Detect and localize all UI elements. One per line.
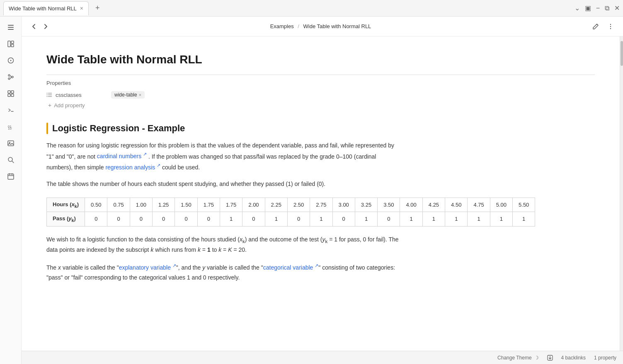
add-property-button[interactable]: + Add property xyxy=(46,101,595,109)
hours-3-00: 3.00 xyxy=(332,198,355,212)
regression-analysis-link[interactable]: regression analysis ↗ xyxy=(105,164,160,171)
tab-close-button[interactable]: × xyxy=(80,5,83,11)
layout-icon[interactable] xyxy=(3,36,18,51)
svg-text:10: 10 xyxy=(8,127,12,130)
hours-5-00: 5.00 xyxy=(490,198,512,212)
categorical-variable-link[interactable]: categorical variable ↗ xyxy=(263,264,319,271)
branch-icon[interactable] xyxy=(3,70,18,84)
svg-rect-13 xyxy=(8,91,10,93)
hours-1-75a: 1.75 xyxy=(197,198,220,212)
properties-heading: Properties xyxy=(46,80,595,86)
grid-icon[interactable] xyxy=(3,86,18,101)
svg-point-9 xyxy=(12,76,13,78)
hours-header: Hours (xk) xyxy=(47,198,85,212)
hours-1-75b: 1.75 xyxy=(220,198,242,212)
pass-6: 1 xyxy=(220,212,242,227)
svg-rect-4 xyxy=(11,41,14,43)
back-button[interactable] xyxy=(28,21,40,32)
svg-rect-16 xyxy=(11,94,14,96)
svg-rect-3 xyxy=(8,41,10,47)
cardinal-numbers-link[interactable]: cardinal numbers ↗ xyxy=(97,153,147,159)
pass-11: 0 xyxy=(332,212,355,227)
hours-2-25: 2.25 xyxy=(265,198,287,212)
edit-button[interactable] xyxy=(590,21,601,32)
top-bar-actions xyxy=(590,21,616,32)
hours-1-25: 1.25 xyxy=(153,198,175,212)
pass-1: 0 xyxy=(107,212,130,227)
svg-point-10 xyxy=(8,78,10,80)
svg-rect-0 xyxy=(8,25,14,26)
properties-section: Properties cssclasses wide-table × xyxy=(46,80,595,109)
compass-icon[interactable] xyxy=(3,53,18,68)
hours-3-50: 3.50 xyxy=(378,198,400,212)
image-icon[interactable] xyxy=(3,136,18,151)
hours-3-25: 3.25 xyxy=(355,198,377,212)
backlinks-label: 4 backlinks xyxy=(561,355,586,361)
breadcrumb-current: Wide Table with Normal RLL xyxy=(303,23,371,29)
close-button[interactable]: ✕ xyxy=(614,4,620,12)
binary-icon[interactable]: 0110 xyxy=(3,119,18,134)
svg-point-29 xyxy=(610,26,611,27)
forward-button[interactable] xyxy=(40,21,51,32)
backlinks-button[interactable]: 4 backlinks xyxy=(561,355,586,361)
restore-button[interactable]: ⧉ xyxy=(605,5,609,12)
document: Wide Table with Normal RLL Properties cs… xyxy=(22,36,620,351)
content-area: Examples / Wide Table with Normal RLL Wi… xyxy=(22,17,623,364)
property-row: cssclasses wide-table × xyxy=(46,91,595,99)
export-button[interactable] xyxy=(547,355,553,361)
svg-line-11 xyxy=(10,76,12,77)
scrollbar[interactable] xyxy=(620,36,623,351)
svg-point-7 xyxy=(10,60,11,61)
pass-13: 0 xyxy=(378,212,400,227)
more-options-button[interactable] xyxy=(605,21,616,32)
data-table-wrapper: Hours (xk) 0.50 0.75 1.00 1.25 1.50 1.75… xyxy=(46,198,595,227)
search-icon[interactable] xyxy=(3,152,18,167)
hours-4-00: 4.00 xyxy=(400,198,422,212)
change-theme-button[interactable]: Change Theme ☽ xyxy=(497,355,539,361)
svg-rect-2 xyxy=(8,29,14,30)
active-tab[interactable]: Wide Table with Normal RLL × xyxy=(3,1,89,15)
table-row-pass: Pass (yk) 0 0 0 0 0 0 1 0 1 0 xyxy=(47,212,535,227)
hours-4-75: 4.75 xyxy=(468,198,490,212)
sidebar-toggle-button[interactable] xyxy=(3,20,18,35)
svg-rect-5 xyxy=(11,44,14,47)
svg-rect-20 xyxy=(8,141,14,146)
hours-2-00: 2.00 xyxy=(242,198,265,212)
pass-0: 0 xyxy=(85,212,107,227)
svg-point-28 xyxy=(610,24,611,24)
moon-icon: ☽ xyxy=(534,355,539,361)
paragraph-2: The table shows the number of hours each… xyxy=(46,179,399,189)
chevron-down-icon[interactable]: ⌄ xyxy=(575,4,580,12)
hours-1-50: 1.50 xyxy=(175,198,197,212)
paragraph-1-text-b: . If the problem was changed so that pas… xyxy=(46,153,376,170)
property-button[interactable]: 1 property xyxy=(594,355,616,361)
minimize-button[interactable]: − xyxy=(596,5,600,12)
scrollbar-thumb[interactable] xyxy=(621,41,623,66)
explanatory-variable-link[interactable]: explanatory variable ↗ xyxy=(119,264,176,271)
property-key: cssclasses xyxy=(46,92,104,98)
hours-0-75: 0.75 xyxy=(107,198,130,212)
property-key-label: cssclasses xyxy=(56,92,82,98)
plus-icon: + xyxy=(48,102,51,108)
terminal-icon[interactable] xyxy=(3,103,18,118)
sidebar: 0110 xyxy=(0,17,22,364)
svg-point-35 xyxy=(47,94,48,95)
pass-10: 1 xyxy=(310,212,332,227)
hours-0-50: 0.50 xyxy=(85,198,107,212)
property-tag[interactable]: wide-table × xyxy=(111,91,145,99)
calendar-icon[interactable] xyxy=(3,169,18,184)
section-accent-bar xyxy=(46,123,48,134)
breadcrumb-root[interactable]: Examples xyxy=(270,23,294,29)
export-icon xyxy=(547,355,553,361)
sidebar-toggle-icon[interactable]: ▣ xyxy=(585,4,591,12)
svg-rect-15 xyxy=(8,94,10,96)
property-label: 1 property xyxy=(594,355,616,361)
pass-9: 0 xyxy=(287,212,310,227)
svg-point-30 xyxy=(610,28,611,29)
add-tab-button[interactable]: + xyxy=(92,2,103,14)
pass-7: 0 xyxy=(242,212,265,227)
hours-4-25: 4.25 xyxy=(422,198,445,212)
paragraph-4: The x variable is called the "explanator… xyxy=(46,262,399,282)
property-tag-remove[interactable]: × xyxy=(139,92,141,97)
pass-19: 1 xyxy=(513,212,535,227)
